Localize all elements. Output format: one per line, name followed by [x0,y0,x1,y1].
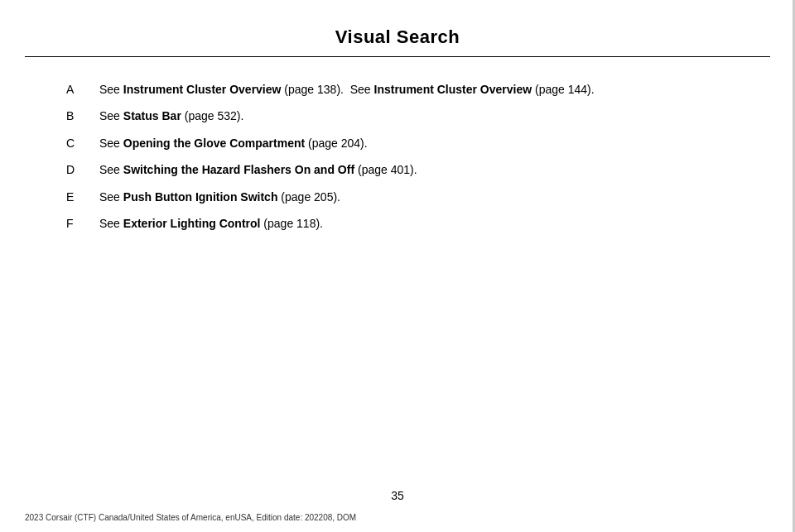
item-text-d: See Switching the Hazard Flashers On and… [99,161,417,179]
item-letter-e: E [66,188,99,206]
list-item: F See Exterior Lighting Control (page 11… [66,214,729,232]
item-letter-f: F [66,214,99,232]
item-text-c: See Opening the Glove Compartment (page … [99,134,368,152]
item-text-a: See Instrument Cluster Overview (page 13… [99,80,595,98]
item-text-e: See Push Button Ignition Switch (page 20… [99,188,340,206]
list-item: C See Opening the Glove Compartment (pag… [66,134,729,152]
page-number: 35 [391,489,404,502]
list-item: D See Switching the Hazard Flashers On a… [66,161,729,179]
item-letter-a: A [66,80,99,98]
item-letter-c: C [66,134,99,152]
footer-text: 2023 Corsair (CTF) Canada/United States … [25,513,356,522]
content-area: A See Instrument Cluster Overview (page … [0,57,795,257]
list-item: A See Instrument Cluster Overview (page … [66,80,729,98]
item-text-b: See Status Bar (page 532). [99,107,243,125]
list-item: E See Push Button Ignition Switch (page … [66,188,729,206]
page-title: Visual Search [0,0,795,56]
page-container: Visual Search A See Instrument Cluster O… [0,0,795,532]
item-letter-b: B [66,107,99,125]
item-letter-d: D [66,161,99,179]
item-text-f: See Exterior Lighting Control (page 118)… [99,214,323,232]
list-item: B See Status Bar (page 532). [66,107,729,125]
